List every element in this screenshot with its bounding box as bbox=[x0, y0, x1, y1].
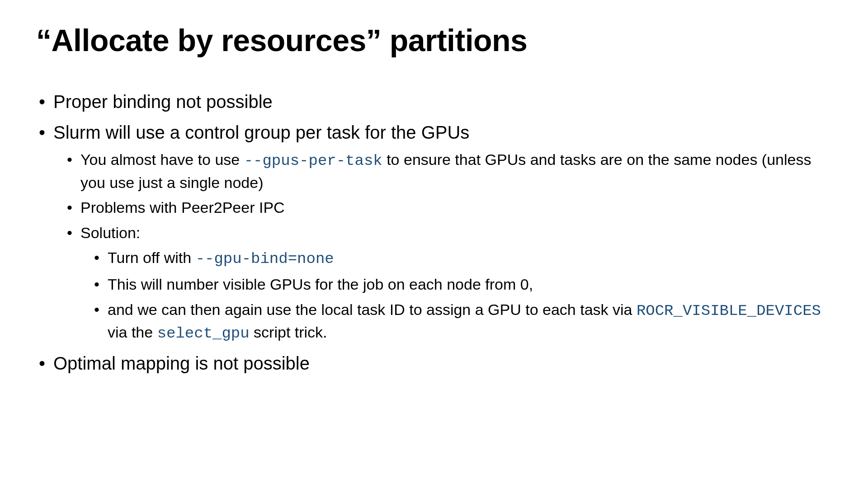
code-text: select_gpu bbox=[157, 325, 250, 342]
code-text: --gpus-per-task bbox=[244, 152, 382, 169]
code-text: --gpu-bind=none bbox=[196, 250, 334, 267]
bullet-item: Problems with Peer2Peer IPC bbox=[65, 197, 832, 219]
bullet-item: Optimal mapping is not possible bbox=[36, 351, 832, 375]
bullet-text: via the bbox=[108, 324, 157, 341]
bullet-text: Optimal mapping is not possible bbox=[53, 353, 310, 373]
bullet-sublist: Turn off with --gpu-bind=none This will … bbox=[80, 247, 832, 344]
bullet-text: Problems with Peer2Peer IPC bbox=[80, 199, 285, 216]
bullet-text: This will number visible GPUs for the jo… bbox=[108, 276, 533, 293]
bullet-text: Proper binding not possible bbox=[53, 92, 273, 112]
bullet-item: Proper binding not possible bbox=[36, 89, 832, 114]
code-text: ROCR_VISIBLE_DEVICES bbox=[637, 302, 821, 319]
bullet-item: Turn off with --gpu-bind=none bbox=[92, 247, 832, 270]
bullet-text: You almost have to use bbox=[80, 151, 244, 168]
bullet-text: Slurm will use a control group per task … bbox=[53, 122, 469, 142]
bullet-sublist: You almost have to use --gpus-per-task t… bbox=[53, 149, 832, 345]
bullet-item: Solution: Turn off with --gpu-bind=none … bbox=[65, 222, 832, 345]
bullet-text: script trick. bbox=[250, 324, 327, 341]
bullet-item: and we can then again use the local task… bbox=[92, 299, 832, 345]
slide-title: “Allocate by resources” partitions bbox=[36, 23, 832, 58]
bullet-list: Proper binding not possible Slurm will u… bbox=[36, 89, 832, 375]
slide: “Allocate by resources” partitions Prope… bbox=[0, 0, 868, 488]
bullet-text: Solution: bbox=[80, 224, 140, 241]
bullet-text: and we can then again use the local task… bbox=[108, 301, 637, 318]
bullet-text: Turn off with bbox=[108, 249, 196, 266]
bullet-item: This will number visible GPUs for the jo… bbox=[92, 274, 832, 296]
bullet-item: You almost have to use --gpus-per-task t… bbox=[65, 149, 832, 193]
bullet-item: Slurm will use a control group per task … bbox=[36, 120, 832, 345]
